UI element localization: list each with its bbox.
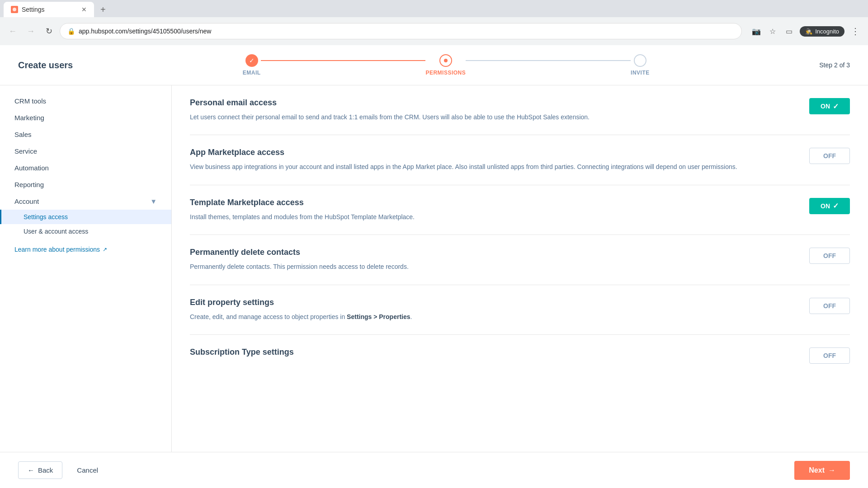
tab-favicon xyxy=(11,6,18,13)
sidebar-item-automation[interactable]: Automation xyxy=(0,160,171,176)
step-permissions-dot xyxy=(444,59,448,62)
toggle-check-icon: ✓ xyxy=(833,102,839,111)
incognito-button[interactable]: 🕵 Incognito xyxy=(800,26,844,37)
chevron-down-icon: ▼ xyxy=(150,197,157,205)
sidebar-item-sales[interactable]: Sales xyxy=(0,126,171,143)
toggle-off-label-3: OFF xyxy=(823,302,836,310)
toggle-off-label: OFF xyxy=(823,152,836,160)
back-nav-button[interactable]: ← xyxy=(5,24,20,38)
tab-close-button[interactable]: ✕ xyxy=(81,6,87,13)
permission-edit-property-toggle[interactable]: OFF xyxy=(809,298,850,314)
sidebar-item-service-label: Service xyxy=(14,147,37,155)
permission-template-marketplace: Template Marketplace access Install them… xyxy=(190,185,850,235)
permission-app-marketplace-text: App Marketplace access View business app… xyxy=(190,148,791,172)
forward-nav-button[interactable]: → xyxy=(24,24,38,38)
sidebar-item-account[interactable]: Account ▼ xyxy=(0,193,171,210)
back-arrow-icon: ← xyxy=(28,466,34,474)
sidebar-item-reporting-label: Reporting xyxy=(14,181,44,188)
permission-edit-property-desc-prefix: Create, edit, and manage access to objec… xyxy=(190,313,347,320)
toggle-off-label-2: OFF xyxy=(823,252,836,259)
step-email: ✓ EMAIL xyxy=(243,54,261,76)
sidebar-subitem-user-account-access-label: User & account access xyxy=(24,228,88,235)
sidebar-item-service[interactable]: Service xyxy=(0,143,171,160)
permission-personal-email-desc: Let users connect their personal email t… xyxy=(190,112,791,122)
permission-edit-property-toggle-container: OFF xyxy=(809,298,850,314)
permission-template-marketplace-desc: Install themes, templates and modules fr… xyxy=(190,212,791,222)
permission-delete-contacts-title: Permanently delete contacts xyxy=(190,248,791,257)
permission-personal-email-text: Personal email access Let users connect … xyxy=(190,98,791,122)
permission-template-marketplace-title: Template Marketplace access xyxy=(190,198,791,207)
cancel-label: Cancel xyxy=(77,466,98,474)
url-text: app.hubspot.com/settings/45105500/users/… xyxy=(79,28,211,35)
permission-personal-email-toggle[interactable]: ON ✓ xyxy=(809,98,850,114)
lock-icon: 🔒 xyxy=(67,28,75,35)
permission-delete-contacts-text: Permanently delete contacts Permanently … xyxy=(190,248,791,272)
sidebar-item-crm-tools[interactable]: CRM tools xyxy=(0,93,171,109)
learn-more-label: Learn more about permissions xyxy=(14,246,100,253)
app-container: Create users ✓ EMAIL PERMISSIONS I xyxy=(0,45,868,488)
sidebar-item-crm-tools-label: CRM tools xyxy=(14,97,46,105)
menu-button[interactable]: ⋮ xyxy=(848,24,863,38)
camera-off-icon[interactable]: 📷 xyxy=(749,24,764,38)
permission-personal-email-title: Personal email access xyxy=(190,98,791,108)
learn-more-permissions-link[interactable]: Learn more about permissions ↗ xyxy=(0,239,171,260)
permission-subscription-type-toggle[interactable]: OFF xyxy=(809,347,850,364)
create-users-title: Create users xyxy=(18,60,73,70)
step-permissions-circle xyxy=(439,54,452,67)
permission-app-marketplace: App Marketplace access View business app… xyxy=(190,135,850,185)
permission-delete-contacts-toggle[interactable]: OFF xyxy=(809,248,850,264)
permission-edit-property-text: Edit property settings Create, edit, and… xyxy=(190,298,791,322)
sidebar-toggle-button[interactable]: ▭ xyxy=(782,24,796,38)
external-link-icon: ↗ xyxy=(103,246,107,253)
sidebar-subitem-user-account-access[interactable]: User & account access xyxy=(0,224,171,239)
browser-chrome: Settings ✕ + ← → ↻ 🔒 app.hubspot.com/set… xyxy=(0,0,868,45)
main-content: Personal email access Let users connect … xyxy=(172,85,868,452)
toggle-on-label: ON xyxy=(821,103,830,110)
sidebar-item-marketing[interactable]: Marketing xyxy=(0,109,171,126)
incognito-label: Incognito xyxy=(815,28,839,35)
sidebar-item-marketing-label: Marketing xyxy=(14,114,44,122)
permission-personal-email-toggle-container: ON ✓ xyxy=(809,98,850,114)
next-button[interactable]: Next → xyxy=(794,461,850,480)
step-permissions-label: PERMISSIONS xyxy=(425,70,466,76)
permission-edit-property-title: Edit property settings xyxy=(190,298,791,307)
step-invite-circle xyxy=(634,54,646,67)
permission-edit-property-desc: Create, edit, and manage access to objec… xyxy=(190,312,791,322)
back-button[interactable]: ← Back xyxy=(18,461,62,479)
step-email-circle: ✓ xyxy=(245,54,258,67)
browser-tabs: Settings ✕ + xyxy=(0,0,868,17)
step-email-label: EMAIL xyxy=(243,70,261,76)
sidebar-subitem-settings-access-label: Settings access xyxy=(24,213,68,221)
active-tab[interactable]: Settings ✕ xyxy=(4,2,94,17)
step-email-check: ✓ xyxy=(249,57,255,64)
refresh-button[interactable]: ↻ xyxy=(42,24,56,38)
create-users-header: Create users ✓ EMAIL PERMISSIONS I xyxy=(0,45,868,85)
permission-edit-property: Edit property settings Create, edit, and… xyxy=(190,285,850,335)
step-permissions: PERMISSIONS xyxy=(425,54,466,76)
step-line-1 xyxy=(261,60,426,61)
permission-template-marketplace-toggle-container: ON ✓ xyxy=(809,198,850,214)
permission-edit-property-link-text: Settings > Properties xyxy=(347,313,410,320)
browser-toolbar: ← → ↻ 🔒 app.hubspot.com/settings/4510550… xyxy=(0,17,868,45)
permission-app-marketplace-toggle-container: OFF xyxy=(809,148,850,164)
permission-personal-email: Personal email access Let users connect … xyxy=(190,85,850,135)
step-invite-label: INVITE xyxy=(631,70,650,76)
svg-point-0 xyxy=(13,8,16,11)
star-icon[interactable]: ☆ xyxy=(765,24,780,38)
permission-app-marketplace-toggle[interactable]: OFF xyxy=(809,148,850,164)
new-tab-button[interactable]: + xyxy=(95,2,113,17)
footer: ← Back Cancel Next → xyxy=(0,452,868,488)
step-info: Step 2 of 3 xyxy=(819,61,850,69)
sidebar-subitem-settings-access[interactable]: Settings access xyxy=(0,210,171,224)
content-wrapper: CRM tools Marketing Sales Service Automa… xyxy=(0,85,868,452)
cancel-button[interactable]: Cancel xyxy=(70,462,105,479)
permission-template-marketplace-toggle[interactable]: ON ✓ xyxy=(809,198,850,214)
permission-app-marketplace-title: App Marketplace access xyxy=(190,148,791,157)
permission-delete-contacts-toggle-container: OFF xyxy=(809,248,850,264)
next-label: Next xyxy=(809,466,825,474)
permission-subscription-type-toggle-container: OFF xyxy=(809,347,850,364)
permission-template-marketplace-text: Template Marketplace access Install them… xyxy=(190,198,791,222)
sidebar-item-reporting[interactable]: Reporting xyxy=(0,176,171,193)
address-bar[interactable]: 🔒 app.hubspot.com/settings/45105500/user… xyxy=(60,23,742,39)
back-label: Back xyxy=(38,466,53,474)
